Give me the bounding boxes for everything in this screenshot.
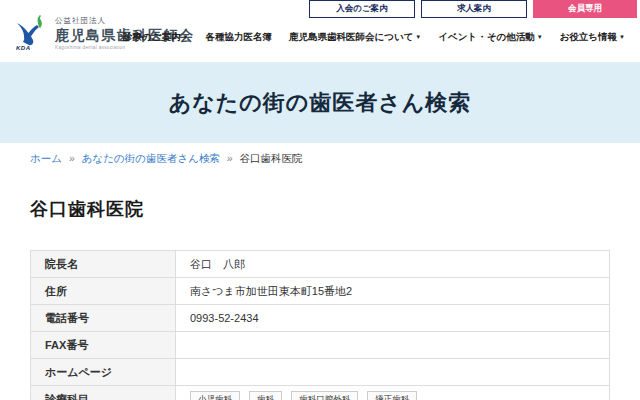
row-value [176, 359, 610, 386]
org-type-label: 公益社団法人 [55, 16, 195, 26]
row-label: 診療科目 [31, 386, 176, 400]
department-tag: 歯科 [249, 391, 282, 400]
row-value [176, 332, 610, 359]
hero-banner: あなたの街の歯医者さん検索 [0, 62, 640, 143]
department-tag: 小児歯科 [190, 391, 240, 400]
nav-item-events[interactable]: イベント・その他活動▼ [438, 31, 542, 44]
table-row-address: 住所 南さつま市加世田東本町15番地2 [31, 278, 610, 305]
breadcrumb-current-page: 谷口歯科医院 [240, 152, 303, 164]
row-label: ホームページ [31, 359, 176, 386]
nav-item-useful-info[interactable]: お役立ち情報▼ [560, 31, 625, 44]
table-row-homepage: ホームページ [31, 359, 610, 386]
breadcrumb-search-link[interactable]: あなたの街の歯医者さん検索 [82, 152, 220, 164]
nav-item-medical-guide[interactable]: 診療のご案内▼ [123, 31, 188, 44]
row-label: FAX番号 [31, 332, 176, 359]
breadcrumb-home-link[interactable]: ホーム [30, 152, 62, 164]
nav-item-about-association[interactable]: 鹿児島県歯科医師会について▼ [289, 31, 421, 44]
row-value: 0993-52-2434 [176, 305, 610, 332]
row-value: 谷口 八郎 [176, 251, 610, 278]
breadcrumb-separator: » [227, 152, 233, 164]
org-name-english: Kagoshima dental association [55, 45, 160, 50]
main-content: ホーム » あなたの街の歯医者さん検索 » 谷口歯科医院 谷口歯科医院 院長名 … [0, 152, 640, 400]
table-row-departments: 診療科目 小児歯科 歯科 歯科口腔外科 矯正歯科 [31, 386, 610, 400]
department-tag: 矯正歯科 [367, 391, 417, 400]
page-title: 谷口歯科医院 [30, 197, 610, 221]
header-action-buttons: 入会のご案内 求人案内 会員専用 [309, 0, 637, 18]
table-row-director: 院長名 谷口 八郎 [31, 251, 610, 278]
chevron-down-icon: ▼ [537, 34, 543, 40]
job-info-button[interactable]: 求人案内 [421, 0, 527, 18]
chevron-down-icon: ▼ [619, 34, 625, 40]
chevron-down-icon: ▼ [415, 34, 421, 40]
kda-logo-icon: KDA [13, 13, 49, 51]
members-only-button[interactable]: 会員専用 [533, 0, 637, 18]
nav-item-cooperating-doctors[interactable]: 各種協力医名簿 [205, 31, 272, 44]
table-row-phone: 電話番号 0993-52-2434 [31, 305, 610, 332]
department-tag: 歯科口腔外科 [291, 391, 358, 400]
breadcrumb: ホーム » あなたの街の歯医者さん検索 » 谷口歯科医院 [30, 152, 610, 166]
table-row-fax: FAX番号 [31, 332, 610, 359]
row-label: 住所 [31, 278, 176, 305]
hero-title: あなたの街の歯医者さん検索 [169, 88, 472, 118]
row-label: 電話番号 [31, 305, 176, 332]
row-value: 小児歯科 歯科 歯科口腔外科 矯正歯科 [176, 386, 610, 400]
logo-acronym: KDA [16, 45, 31, 51]
row-value: 南さつま市加世田東本町15番地2 [176, 278, 610, 305]
chevron-down-icon: ▼ [183, 34, 189, 40]
join-guide-button[interactable]: 入会のご案内 [309, 0, 415, 18]
row-label: 院長名 [31, 251, 176, 278]
clinic-info-table: 院長名 谷口 八郎 住所 南さつま市加世田東本町15番地2 電話番号 0993-… [30, 250, 610, 400]
site-header: KDA 公益社団法人 鹿児島県歯科医師会 Kagoshima dental as… [0, 0, 640, 62]
main-nav: 診療のご案内▼ 各種協力医名簿 鹿児島県歯科医師会について▼ イベント・その他活… [123, 31, 625, 44]
breadcrumb-separator: » [69, 152, 75, 164]
